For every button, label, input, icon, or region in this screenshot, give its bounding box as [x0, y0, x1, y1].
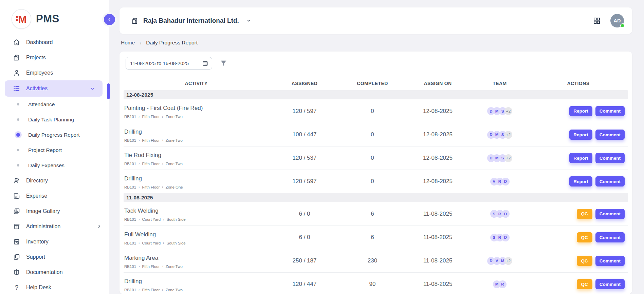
sidebar-item-label: Help Desk [26, 285, 51, 291]
path-segment: RB101 [124, 217, 136, 221]
team-avatar[interactable]: D [502, 234, 510, 241]
breadcrumb: Home › Daily Progress Report [121, 40, 198, 46]
sidebar-item-directory[interactable]: Directory [0, 173, 109, 188]
header-completed: COMPLETED [340, 81, 405, 86]
company-name: Raja Bahadur International Ltd. [143, 17, 239, 24]
team-avatar-more[interactable]: +2 [504, 154, 512, 162]
path-segment: Fifth Floor [142, 288, 160, 292]
activity-path: RB101› Court Yard› South Side [124, 241, 269, 245]
assigned-value: 120 / 597 [269, 108, 340, 115]
path-segment: Court Yard [142, 217, 161, 221]
chevron-separator-icon: › [139, 162, 140, 165]
sidebar-item-expense[interactable]: Expense [0, 188, 109, 203]
svg-text:M: M [18, 14, 26, 25]
assign-on-value: 11-08-2025 [405, 211, 471, 217]
path-segment: Zone Two [166, 288, 183, 292]
report-button[interactable]: Report [569, 176, 592, 187]
chevron-separator-icon: › [139, 241, 140, 245]
qc-button[interactable]: QC [577, 279, 592, 289]
chevron-separator-icon: › [162, 288, 163, 292]
sidebar-subitem-label: Daily Expenses [28, 162, 65, 169]
user-avatar[interactable]: AD [610, 14, 624, 27]
sidebar-item-administration[interactable]: Administration [0, 219, 109, 234]
sidebar-item-attendance[interactable]: Attendance [0, 97, 109, 112]
date-range-input[interactable]: 11-08-2025 to 16-08-2025 [126, 57, 212, 70]
comment-button[interactable]: Comment [595, 153, 625, 163]
comment-button[interactable]: Comment [595, 209, 625, 219]
qc-button[interactable]: QC [577, 256, 592, 266]
assigned-value: 120 / 597 [269, 178, 340, 185]
activity-title: Marking Area [124, 255, 269, 261]
table-row: Tie Rod Fixing RB101› Fifth Floor› Zone … [124, 146, 628, 170]
calendar-icon[interactable] [202, 60, 208, 66]
path-segment: Zone Two [166, 115, 183, 119]
sidebar-item-dashboard[interactable]: Dashboard [0, 35, 109, 50]
completed-value: 6 [340, 234, 405, 241]
completed-value: 0 [340, 178, 405, 185]
comment-button[interactable]: Comment [595, 256, 625, 266]
comment-button[interactable]: Comment [595, 279, 625, 289]
sidebar-item-employees[interactable]: Employees [0, 65, 109, 80]
assigned-value: 250 / 187 [269, 257, 340, 264]
team-avatar[interactable]: D [502, 210, 510, 218]
activity-title: Tack Welding [124, 208, 269, 214]
path-segment: Fifth Floor [142, 162, 160, 166]
comment-button[interactable]: Comment [595, 130, 625, 140]
sidebar-item-inventory[interactable]: Inventory [0, 234, 109, 249]
header-assign-on: ASSIGN ON [405, 81, 471, 86]
chevron-separator-icon: › [162, 264, 163, 268]
completed-value: 0 [340, 131, 405, 138]
team-avatars: D M S +2 [471, 131, 529, 139]
team-avatar-more[interactable]: +2 [504, 131, 512, 139]
chevron-separator-icon: › [139, 218, 140, 221]
team-avatar-more[interactable]: +2 [504, 257, 512, 265]
sidebar-item-label: Expense [26, 193, 47, 199]
team-avatar-more[interactable]: +2 [504, 107, 512, 115]
qc-button[interactable]: QC [577, 209, 592, 219]
sidebar-item-image-gallary[interactable]: Image Gallary [0, 203, 109, 219]
completed-value: 0 [340, 108, 405, 115]
team-avatars: V R D [471, 178, 529, 185]
online-status-dot [620, 23, 625, 28]
sidebar-item-help-desk[interactable]: ? Help Desk [0, 280, 109, 294]
apps-grid-icon[interactable] [593, 17, 601, 25]
assigned-value: 6 / 0 [269, 234, 340, 241]
chevron-right-icon [97, 224, 102, 229]
table-row: Drilling RB101› Fifth Floor› Zone Two 12… [124, 272, 628, 294]
breadcrumb-home[interactable]: Home [121, 40, 135, 46]
sidebar-item-project-report[interactable]: Project Report [0, 142, 109, 158]
sidebar-item-daily-task-planning[interactable]: Daily Task Planning [0, 112, 109, 127]
header-actions: ACTIONS [529, 81, 628, 86]
report-button[interactable]: Report [569, 106, 592, 116]
assign-on-value: 11-08-2025 [405, 257, 471, 264]
team-avatars: D M S +2 [471, 154, 529, 162]
sidebar-item-projects[interactable]: Projects [0, 50, 109, 65]
chevron-separator-icon: › [162, 162, 163, 165]
path-segment: Fifth Floor [142, 115, 160, 119]
sidebar-item-activities[interactable]: Activities [5, 80, 103, 97]
filter-funnel-icon[interactable] [220, 59, 227, 67]
sidebar-item-documentation[interactable]: Documentation [0, 264, 109, 280]
report-button[interactable]: Report [569, 130, 592, 140]
comment-button[interactable]: Comment [595, 176, 625, 187]
date-range-value: 11-08-2025 to 16-08-2025 [130, 60, 189, 66]
report-button[interactable]: Report [569, 153, 592, 163]
team-avatar[interactable]: D [502, 178, 510, 185]
chevron-separator-icon: › [140, 40, 141, 46]
team-avatars: S R D [471, 234, 529, 241]
path-segment: South Side [166, 241, 185, 245]
path-segment: RB101 [124, 288, 136, 292]
team-avatar[interactable]: R [499, 280, 507, 288]
comment-button[interactable]: Comment [595, 106, 625, 116]
sidebar-item-label: Directory [26, 178, 48, 184]
path-segment: Zone One [166, 185, 183, 189]
sidebar-collapse-button[interactable] [104, 14, 115, 25]
qc-button[interactable]: QC [577, 232, 592, 242]
path-segment: Fifth Floor [142, 264, 160, 269]
active-nav-indicator [107, 83, 110, 99]
company-selector[interactable]: Raja Bahadur International Ltd. [131, 17, 252, 25]
sidebar-item-daily-expenses[interactable]: Daily Expenses [0, 158, 109, 173]
sidebar-item-support[interactable]: Support [0, 249, 109, 264]
sidebar-item-daily-progress-report[interactable]: Daily Progress Report [0, 127, 109, 142]
comment-button[interactable]: Comment [595, 232, 625, 242]
